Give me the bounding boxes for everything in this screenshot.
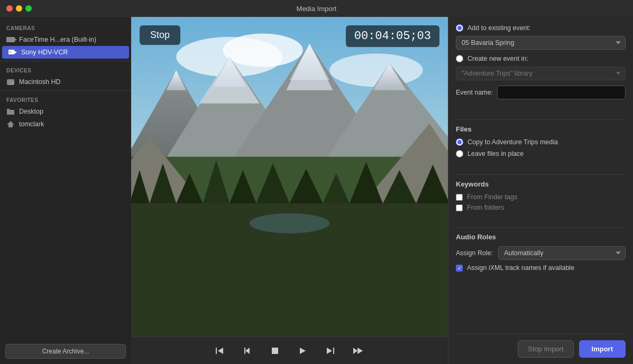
bottom-buttons: Stop Import Import [456,333,626,364]
stop-square-button[interactable] [267,344,283,357]
close-button[interactable] [6,5,13,12]
minimize-button[interactable] [16,5,22,12]
from-folders-checkbox[interactable] [456,204,463,211]
sidebar-bottom: Create Archive... [0,339,131,364]
leave-in-place-label: Leave files in place [467,150,524,157]
assign-role-label: Assign Role: [456,249,493,257]
home-icon [6,121,15,127]
event-name-label: Event name: [456,89,493,96]
sidebar-item-sony-hdv[interactable]: Sony HDV-VCR [2,46,129,59]
favorites-header: FAVORITES [0,93,131,105]
svg-point-5 [12,82,14,83]
play-button[interactable] [294,344,311,357]
svg-point-10 [329,53,423,87]
traffic-lights [6,5,32,12]
new-event-library-dropdown[interactable]: "Adventure Trips" library [456,67,626,80]
title-bar: Media Import [0,0,633,17]
svg-marker-43 [300,348,306,354]
existing-event-dropdown[interactable]: 05 Bavaria Spring [456,36,626,50]
svg-marker-6 [7,121,14,127]
add-existing-label: Add to existing event: [467,24,531,32]
sidebar-item-desktop[interactable]: Desktop [0,105,131,118]
create-new-radio[interactable] [456,55,463,62]
fast-forward-button[interactable] [349,344,368,357]
svg-rect-41 [244,348,245,354]
add-existing-radio-row: Add to existing event: [456,24,626,32]
from-folders-row: From folders [456,204,626,211]
svg-point-2 [9,51,11,53]
copy-to-radio-row: Copy to Adventure Trips media [456,138,626,146]
event-name-row: Event name: [456,86,626,99]
svg-rect-38 [216,348,217,354]
leave-in-place-radio-row: Leave files in place [456,150,626,157]
camera-icon [6,36,15,43]
skip-to-start-button[interactable] [212,344,228,357]
stop-import-button[interactable]: Stop Import [518,340,573,358]
svg-rect-42 [272,348,278,354]
copy-to-label: Copy to Adventure Trips media [467,138,558,146]
step-back-button[interactable] [239,344,256,357]
sidebar-divider-2 [0,90,131,91]
event-name-input[interactable] [497,86,626,99]
video-container: Stop 00:04:05;03 [131,17,448,337]
window-title: Media Import [297,5,337,13]
finder-tags-label: From Finder tags [467,193,517,201]
cameras-header: CAMERAS [0,21,131,33]
timecode-display: 00:04:05;03 [346,25,439,47]
svg-point-37 [250,213,329,234]
audio-roles-title: Audio Roles [456,233,626,241]
svg-marker-46 [353,348,357,354]
from-folders-label: From folders [467,204,504,211]
leave-in-place-radio[interactable] [456,150,463,157]
hdd-icon [6,79,15,85]
audio-roles-section: Audio Roles Assign Role: Automatically A… [456,233,626,279]
finder-tags-row: From Finder tags [456,193,626,201]
sidebar-item-facetime-label: FaceTime H...era (Built-in) [19,36,96,43]
files-section: Files Copy to Adventure Trips media Leav… [456,125,626,162]
devices-header: DEVICES [0,63,131,76]
svg-marker-1 [14,51,17,54]
ixml-row: Assign iXML track names if available [456,264,626,272]
import-button[interactable]: Import [579,340,626,358]
sidebar-item-facetime[interactable]: FaceTime H...era (Built-in) [0,33,131,46]
skip-to-end-button[interactable] [322,344,338,357]
transport-bar [131,337,448,364]
svg-point-9 [223,34,302,67]
folder-icon [6,108,15,115]
divider-3 [456,227,626,228]
sidebar-item-desktop-label: Desktop [19,108,43,115]
create-new-radio-row: Create new event in: [456,55,626,62]
finder-tags-checkbox[interactable] [456,194,463,201]
ixml-label: Assign iXML track names if available [467,264,574,272]
svg-marker-45 [327,348,332,354]
assign-role-row: Assign Role: Automatically [456,246,626,260]
maximize-button[interactable] [25,5,32,12]
svg-marker-39 [218,348,223,354]
sidebar-item-macintosh-hd[interactable]: Macintosh HD [0,76,131,88]
keywords-section: Keywords From Finder tags From folders [456,180,626,214]
svg-marker-40 [245,348,250,354]
sidebar-item-sony-label: Sony HDV-VCR [21,49,68,56]
svg-rect-4 [7,79,14,81]
copy-to-radio[interactable] [456,138,463,146]
preview-area: Stop 00:04:05;03 [131,17,448,364]
main-layout: CAMERAS FaceTime H...era (Built-in) Sony… [0,17,633,364]
create-new-label: Create new event in: [467,55,528,62]
sidebar: CAMERAS FaceTime H...era (Built-in) Sony… [0,17,131,364]
stop-button[interactable]: Stop [140,25,180,45]
right-panel: Add to existing event: 05 Bavaria Spring… [448,17,633,364]
sidebar-item-tomclark-label: tomclark [19,120,44,128]
divider-1 [456,119,626,120]
ixml-checkbox[interactable] [456,265,463,272]
add-existing-radio[interactable] [456,24,463,32]
create-archive-button[interactable]: Create Archive... [5,344,126,359]
sidebar-divider-1 [0,61,131,61]
svg-rect-44 [333,348,334,354]
svg-marker-47 [357,348,363,354]
camera-icon-2 [8,49,17,55]
sidebar-item-macintosh-label: Macintosh HD [19,78,61,86]
assign-role-dropdown[interactable]: Automatically [498,246,626,260]
files-title: Files [456,125,626,133]
sidebar-item-tomclark[interactable]: tomclark [0,118,131,130]
existing-event-section: Add to existing event: 05 Bavaria Spring… [456,24,626,107]
